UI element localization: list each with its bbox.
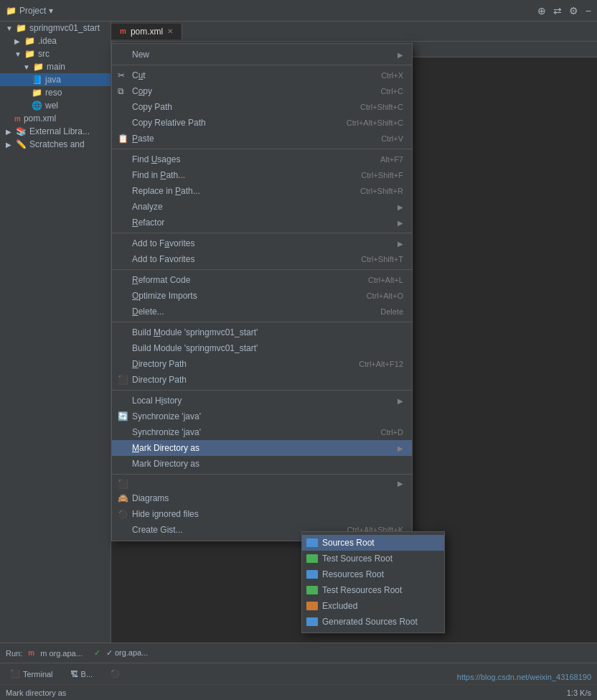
submenu-label-excluded: Excluded	[322, 601, 357, 611]
shortcut-reformat: Ctrl+Alt+L	[368, 276, 403, 284]
run-item2[interactable]: ✓ org.apa...	[106, 648, 149, 658]
dropdown-arrow[interactable]: ▾	[49, 6, 53, 16]
menu-label-refactor: Refactor	[132, 218, 398, 228]
menu-item-mark-dir[interactable]: Mark Directory as ▶	[112, 440, 412, 456]
sidebar-item-webapp[interactable]: 🌐 wel	[0, 99, 111, 112]
submenu-item-test-resources[interactable]: Test Resources Root	[302, 582, 444, 598]
ext-lib-icon: 📚	[16, 126, 27, 136]
menu-label-copy-rel: Copy Relative Path	[132, 118, 332, 128]
menu-item-hide-ignored[interactable]: 🙈 Diagrams	[112, 490, 412, 506]
tree-arrow: ▼	[6, 24, 13, 32]
diagrams-icon: ⬛	[118, 479, 128, 489]
submenu-item-sources[interactable]: Sources Root	[302, 535, 444, 551]
submenu-item-generated[interactable]: Generated Sources Root	[302, 614, 444, 630]
menu-item-find-path[interactable]: Find in Path... Ctrl+Shift+F	[112, 167, 412, 183]
sidebar: ▼ 📁 springmvc01_start ▶ 📁 .idea ▼ 📁 src …	[0, 22, 111, 678]
menu-item-show-explorer[interactable]: Build Module 'springmvc01_start'	[112, 340, 412, 356]
menu-label-mark-dir: Mark Directory as	[132, 443, 398, 453]
menu-label-copy-path: Copy Path	[132, 102, 346, 112]
sidebar-item-java[interactable]: 📘 java	[0, 73, 111, 86]
sync-icon[interactable]: ⇄	[553, 5, 562, 17]
sidebar-item-resources[interactable]: 📁 reso	[0, 86, 111, 99]
menu-label-create-gist: Hide ignored files	[132, 509, 403, 519]
close-tab-icon[interactable]: ✕	[167, 27, 173, 35]
shortcut-cut: Ctrl+X	[381, 71, 403, 80]
status-action: Mark directory as	[6, 689, 66, 697]
menu-item-remove-bom[interactable]: Mark Directory as	[112, 456, 412, 472]
menu-item-build[interactable]: Build Module 'springmvc01_start'	[112, 325, 412, 340]
paste-icon: 📋	[118, 134, 128, 144]
run-item1[interactable]: m org.apa...	[40, 649, 83, 658]
scratch-label: Scratches and	[29, 139, 85, 149]
tab-pom-xml[interactable]: m pom.xml ✕	[111, 24, 182, 39]
menu-item-copy-path[interactable]: Copy Path Ctrl+Shift+C	[112, 99, 412, 115]
menu-arrow-favorites: ▶	[398, 240, 403, 248]
menu-item-terminal[interactable]: ⬛ Directory Path	[112, 372, 412, 388]
menu-item-cut[interactable]: ✂ Cut Ctrl+X	[112, 67, 412, 83]
src-folder-icon: 📁	[24, 49, 35, 59]
minimize-icon[interactable]: −	[586, 5, 591, 17]
menu-separator-2	[112, 149, 412, 149]
menu-separator-4	[112, 269, 412, 270]
menu-separator	[112, 65, 412, 65]
menu-item-thumbnails[interactable]: Add to Favorites Ctrl+Shift+T	[112, 251, 412, 267]
tab-build[interactable]: 🏗 B...	[66, 668, 98, 680]
menu-item-delete[interactable]: Delete... Delete	[112, 304, 412, 319]
globe-icon[interactable]: ⊕	[537, 5, 546, 17]
menu-arrow-refactor: ▶	[398, 219, 403, 227]
submenu-item-resources[interactable]: Resources Root	[302, 566, 444, 582]
menu-item-paste[interactable]: 📋 Paste Ctrl+V	[112, 131, 412, 146]
menu-item-new[interactable]: New ▶	[112, 47, 412, 62]
menu-label-hide-ignored: Diagrams	[132, 493, 403, 503]
menu-item-compare[interactable]: Synchronize 'java' Ctrl+D	[112, 424, 412, 440]
src-label: src	[38, 49, 50, 59]
submenu-item-test-sources[interactable]: Test Sources Root	[302, 551, 444, 566]
test-resources-icon	[306, 586, 318, 594]
menu-item-synchronize[interactable]: 🔄 Synchronize 'java'	[112, 409, 412, 424]
sidebar-item-root[interactable]: ▼ 📁 springmvc01_start	[0, 22, 111, 34]
sidebar-item-pom[interactable]: m pom.xml	[0, 112, 111, 125]
menu-item-reformat[interactable]: Reformat Code Ctrl+Alt+L	[112, 272, 412, 288]
menu-item-favorites[interactable]: Add to Favorites ▶	[112, 235, 412, 251]
shortcut-compare: Ctrl+D	[381, 428, 403, 437]
menu-item-local-history[interactable]: Local History ▶	[112, 393, 412, 409]
sources-icon	[306, 538, 318, 547]
menu-label-replace-path: Replace in Path...	[132, 186, 346, 196]
tab-github[interactable]: ⚫	[105, 668, 127, 680]
sidebar-item-src[interactable]: ▼ 📁 src	[0, 47, 111, 60]
menu-item-copy[interactable]: ⧉ Copy Ctrl+C	[112, 83, 412, 99]
submenu-label-sources: Sources Root	[322, 538, 375, 548]
menu-item-copy-rel-path[interactable]: Copy Relative Path Ctrl+Alt+Shift+C	[112, 115, 412, 131]
menu-item-find-usages[interactable]: Find Usages Alt+F7	[112, 151, 412, 167]
menu-item-create-gist[interactable]: ⚫ Hide ignored files	[112, 506, 412, 522]
tree-arrow-main: ▼	[23, 63, 30, 71]
sidebar-item-main[interactable]: ▼ 📁 main	[0, 60, 111, 73]
build-tab-label: B...	[81, 670, 93, 678]
menu-label-terminal: Directory Path	[132, 375, 403, 385]
menu-item-replace-path[interactable]: Replace in Path... Ctrl+Shift+R	[112, 183, 412, 199]
menu-arrow-analyze: ▶	[398, 203, 403, 211]
gear-icon[interactable]: ⚙	[569, 5, 578, 17]
submenu-item-excluded[interactable]: Excluded	[302, 598, 444, 614]
submenu-label-resources: Resources Root	[322, 569, 384, 579]
sidebar-item-idea[interactable]: ▶ 📁 .idea	[0, 34, 111, 47]
tab-terminal[interactable]: ⬛ Terminal	[6, 668, 57, 680]
excluded-icon	[306, 602, 318, 610]
menu-item-diagrams[interactable]: ⬛ ▶	[112, 477, 412, 490]
hide-icon: 🙈	[118, 493, 128, 503]
project-label: Project	[19, 6, 46, 16]
shortcut-optimize: Ctrl+Alt+O	[367, 291, 403, 300]
menu-item-analyze[interactable]: Analyze ▶	[112, 199, 412, 215]
run-label: Run:	[6, 649, 22, 658]
menu-label-analyze: Analyze	[132, 202, 398, 212]
menu-label-new: New	[132, 50, 398, 60]
shortcut-paste: Ctrl+V	[381, 134, 403, 143]
menu-label-cut: Cut	[132, 70, 367, 80]
menu-item-refactor[interactable]: Refactor ▶	[112, 215, 412, 230]
sidebar-item-scratches[interactable]: ▶ ✏️ Scratches and	[0, 138, 111, 151]
info-url[interactable]: https://blog.csdn.net/weixin_43168190	[451, 670, 597, 684]
menu-item-optimize[interactable]: Optimize Imports Ctrl+Alt+O	[112, 288, 412, 304]
submenu-label-test-sources: Test Sources Root	[322, 554, 392, 564]
menu-item-dir-path[interactable]: Directory Path Ctrl+Alt+F12	[112, 356, 412, 372]
sidebar-item-ext-libs[interactable]: ▶ 📚 External Libra...	[0, 125, 111, 138]
